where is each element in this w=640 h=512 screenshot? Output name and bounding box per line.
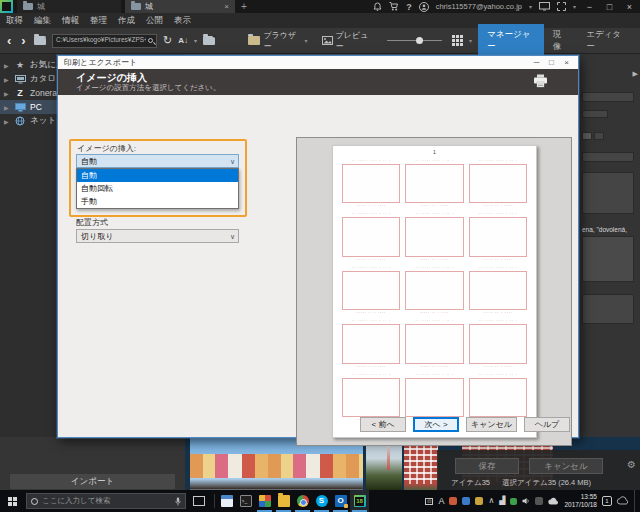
dialog-minimize-button[interactable]: ─ <box>529 58 544 67</box>
info-field[interactable] <box>582 92 634 102</box>
dropdown-option[interactable]: 自動回転 <box>77 182 238 195</box>
cancel-button[interactable]: キャンセル <box>529 458 603 474</box>
dialog-close-button[interactable]: × <box>559 58 574 67</box>
onedrive-icon[interactable] <box>617 497 629 505</box>
search-icon[interactable] <box>148 38 153 43</box>
info-box[interactable] <box>582 172 634 214</box>
cortana-icon <box>31 498 38 505</box>
browser-button[interactable]: ブラウザー ▾ <box>244 28 311 54</box>
account-email[interactable]: chris115577@yahoo.co.jp <box>436 2 522 11</box>
dialog-maximize-button[interactable]: □ <box>544 58 559 67</box>
taskbar-app-chrome[interactable] <box>293 490 312 512</box>
speaker-icon[interactable] <box>522 497 530 505</box>
placement-combobox[interactable]: 切り取り ∨ <box>76 229 239 243</box>
import-button[interactable]: インポート <box>10 474 175 489</box>
taskbar-app-photos[interactable] <box>255 490 274 512</box>
sort-icon[interactable]: A↓ <box>178 36 188 45</box>
folder-tab-1[interactable]: 城 <box>17 0 121 13</box>
toggle[interactable] <box>594 132 604 140</box>
tray-expand-icon[interactable]: ∧ <box>488 497 494 505</box>
menu-item[interactable]: 公開 <box>146 15 163 27</box>
next-button[interactable]: 次へ > <box>413 417 459 432</box>
tray-app-icon[interactable] <box>449 497 457 505</box>
menu-item[interactable]: 取得 <box>6 15 23 27</box>
menu-item[interactable]: 表示 <box>174 15 191 27</box>
minimize-button[interactable]: − <box>583 2 596 12</box>
close-tab-icon[interactable]: × <box>224 2 229 11</box>
refresh-icon[interactable]: ↻ <box>163 35 172 46</box>
monitor-icon[interactable] <box>539 2 550 11</box>
close-button[interactable]: × <box>623 2 636 12</box>
folder-up-icon[interactable]: ↑ <box>34 36 46 45</box>
forward-button[interactable]: › <box>19 34 27 47</box>
info-box[interactable] <box>582 294 634 324</box>
chevron-down-icon[interactable]: ▾ <box>469 37 472 44</box>
menu-item[interactable]: 編集 <box>34 15 51 27</box>
menu-item[interactable]: 作成 <box>118 15 135 27</box>
ime-mode-icon[interactable]: ⊡ <box>425 498 433 505</box>
taskbar-app-terminal[interactable]: >_ <box>236 490 255 512</box>
chevron-down-icon[interactable]: ▾ <box>529 3 532 10</box>
chevron-down-icon[interactable]: ▾ <box>194 37 197 44</box>
taskbar-app-outlook[interactable]: O <box>331 490 350 512</box>
dropdown-option[interactable]: 手動 <box>77 195 238 208</box>
keywords-box[interactable] <box>582 236 634 282</box>
info-field[interactable] <box>582 152 634 162</box>
menu-item[interactable]: 情報 <box>62 15 79 27</box>
expand-arrow-icon[interactable]: ▶ <box>4 104 10 111</box>
taskbar-app-explorer[interactable] <box>274 490 293 512</box>
fullscreen-icon[interactable] <box>557 2 566 11</box>
start-button[interactable] <box>0 497 24 506</box>
taskbar-app-skype[interactable]: S <box>312 490 331 512</box>
taskbar-clock[interactable]: 13:55 2017/10/18 <box>564 493 597 509</box>
slider-knob[interactable] <box>416 37 423 44</box>
grid-view-icon[interactable] <box>452 35 463 46</box>
back-button[interactable]: ‹ <box>5 34 13 47</box>
taskbar-app-notes[interactable] <box>217 490 236 512</box>
gear-icon[interactable]: ⚙ <box>627 460 636 470</box>
save-button[interactable]: 保存 <box>455 458 519 474</box>
antivirus-icon[interactable] <box>510 498 517 505</box>
taskbar-app-zoner[interactable]: 18 <box>350 490 369 512</box>
back-button[interactable]: < 前へ <box>360 417 406 432</box>
chevron-down-icon[interactable]: ▾ <box>573 3 576 10</box>
preview-button[interactable]: プレビュー <box>318 28 378 54</box>
folder-tab-2-active[interactable]: 城 × <box>125 0 235 13</box>
insert-mode-combobox[interactable]: 自動 ∨ <box>76 154 239 168</box>
user-avatar-icon[interactable] <box>419 2 429 12</box>
new-folder-icon[interactable]: + <box>203 36 215 45</box>
network-icon[interactable]: ▟ <box>499 497 505 505</box>
help-button[interactable]: ヘルプ <box>524 417 570 432</box>
help-icon[interactable]: ? <box>406 2 412 12</box>
microphone-icon[interactable] <box>175 497 181 506</box>
show-desktop-button[interactable] <box>634 490 637 512</box>
tray-app-icon[interactable] <box>475 497 483 505</box>
toggle[interactable] <box>582 132 592 140</box>
tray-app-icon[interactable] <box>462 497 470 505</box>
thumbnail-size-slider[interactable] <box>387 40 442 41</box>
cloud-icon[interactable] <box>548 498 559 505</box>
task-view-icon[interactable] <box>193 496 205 506</box>
tab-editor[interactable]: エディター <box>577 24 635 58</box>
address-bar[interactable]: C:¥Users¥kogo¥Pictures¥ZPSサン...¥城 <box>52 34 157 48</box>
ime-language-icon[interactable]: A <box>438 497 444 506</box>
bell-icon[interactable] <box>373 2 382 11</box>
expand-arrow-icon[interactable]: ▶ <box>4 62 10 69</box>
cancel-button[interactable]: キャンセル <box>466 417 517 432</box>
notification-icon[interactable]: 1 <box>602 496 612 506</box>
dropdown-option[interactable]: 自動 <box>77 169 238 182</box>
new-tab-button[interactable]: + <box>235 0 253 13</box>
collapse-arrow-icon[interactable]: ▶ <box>633 70 638 78</box>
taskbar-search-box[interactable]: ここに入力して検索 <box>26 493 186 509</box>
tab-develop[interactable]: 現像 <box>544 24 578 58</box>
expand-arrow-icon[interactable]: ▶ <box>4 90 10 97</box>
menu-item[interactable]: 整理 <box>90 15 107 27</box>
print-cell: ·· ····· ···· · ·· ······ ·· · ···· <box>469 372 527 423</box>
tab-manager[interactable]: マネージャー <box>478 24 544 58</box>
expand-arrow-icon[interactable]: ▶ <box>4 118 10 125</box>
maximize-button[interactable]: □ <box>603 2 616 12</box>
info-field[interactable] <box>582 110 608 118</box>
tray-icon[interactable] <box>535 497 543 505</box>
cart-icon[interactable] <box>389 2 399 11</box>
expand-arrow-icon[interactable]: ▶ <box>4 76 10 83</box>
